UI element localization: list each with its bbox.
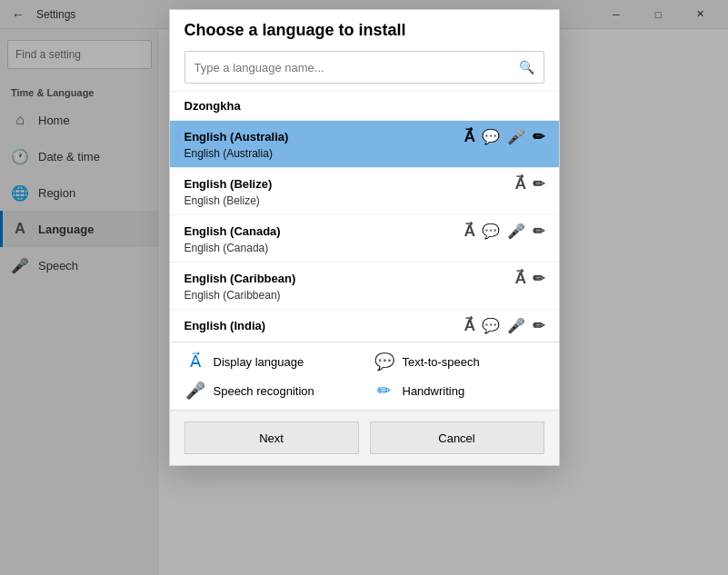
display-language-label: Display language [214, 355, 304, 369]
language-search-container[interactable]: 🔍 [184, 51, 544, 84]
speech-recognition-icon: 🎤 [507, 128, 525, 145]
list-item[interactable]: Dzongkha [170, 92, 559, 121]
feature-handwriting: ✏ Handwriting [374, 381, 544, 401]
dialog-title: Choose a language to install [184, 21, 544, 40]
list-item[interactable]: English (Caribbean) A⃗ ✏ English (Caribb… [170, 263, 559, 310]
language-dialog: Choose a language to install 🔍 Dzongkha … [169, 9, 560, 466]
language-name: English (Caribbean) A⃗ ✏ [184, 270, 544, 287]
speech-recognition-feature-icon: 🎤 [184, 381, 206, 401]
dialog-header: Choose a language to install [170, 10, 559, 47]
list-item[interactable]: English (Belize) A⃗ ✏ English (Belize) [170, 168, 559, 215]
handwriting-label: Handwriting [403, 384, 465, 398]
feature-display-language: A⃗ Display language [184, 352, 355, 372]
language-icons: A⃗ 💬 🎤 ✏ [464, 223, 544, 240]
language-search-input[interactable] [194, 61, 519, 74]
dialog-overlay: Choose a language to install 🔍 Dzongkha … [0, 0, 728, 575]
handwriting-icon: ✏ [533, 175, 544, 193]
language-native: English (Australia) [184, 147, 544, 160]
text-to-speech-feature-icon: 💬 [374, 352, 395, 372]
language-icons: A⃗ 💬 🎤 ✏ [464, 317, 544, 334]
display-language-icon: A⃗ [464, 317, 474, 334]
speech-recognition-icon: 🎤 [507, 317, 525, 334]
language-native: English (Canada) [184, 242, 544, 254]
display-language-icon: A⃗ [515, 270, 525, 287]
handwriting-feature-icon: ✏ [374, 381, 395, 401]
language-name: English (India) A⃗ 💬 🎤 ✏ [184, 317, 544, 334]
language-native: English (Belize) [184, 194, 544, 207]
handwriting-icon: ✏ [533, 223, 544, 240]
language-name: Dzongkha [184, 99, 544, 113]
feature-text-to-speech: 💬 Text-to-speech [374, 352, 544, 372]
language-native: English (Caribbean) [184, 289, 544, 302]
language-name: English (Canada) A⃗ 💬 🎤 ✏ [184, 223, 544, 240]
dialog-buttons: Next Cancel [170, 410, 559, 465]
text-to-speech-icon: 💬 [482, 317, 500, 334]
speech-recognition-label: Speech recognition [214, 384, 314, 398]
handwriting-icon: ✏ [533, 270, 544, 287]
text-to-speech-icon: 💬 [482, 128, 500, 145]
display-language-icon: A⃗ [515, 175, 525, 193]
language-icons: A⃗ 💬 🎤 ✏ [464, 128, 544, 145]
handwriting-icon: ✏ [533, 317, 544, 334]
handwriting-icon: ✏ [533, 128, 544, 145]
list-item[interactable]: English (Australia) A⃗ 💬 🎤 ✏ English (Au… [170, 121, 559, 168]
display-language-icon: A⃗ [464, 223, 474, 240]
list-item[interactable]: English (India) A⃗ 💬 🎤 ✏ [170, 310, 559, 342]
features-grid: A⃗ Display language 💬 Text-to-speech 🎤 S… [184, 352, 544, 401]
language-name: English (Belize) A⃗ ✏ [184, 175, 544, 193]
cancel-button[interactable]: Cancel [370, 421, 544, 454]
search-icon: 🔍 [519, 60, 534, 74]
language-icons: A⃗ ✏ [515, 175, 544, 193]
features-section: A⃗ Display language 💬 Text-to-speech 🎤 S… [170, 342, 559, 410]
language-name: English (Australia) A⃗ 💬 🎤 ✏ [184, 128, 544, 145]
feature-speech-recognition: 🎤 Speech recognition [184, 381, 355, 401]
language-list: Dzongkha English (Australia) A⃗ 💬 🎤 ✏ En… [170, 91, 559, 342]
display-language-feature-icon: A⃗ [184, 352, 206, 372]
text-to-speech-label: Text-to-speech [403, 355, 480, 369]
list-item[interactable]: English (Canada) A⃗ 💬 🎤 ✏ English (Canad… [170, 215, 559, 263]
speech-recognition-icon: 🎤 [507, 223, 525, 240]
next-button[interactable]: Next [184, 421, 359, 454]
text-to-speech-icon: 💬 [482, 223, 500, 240]
display-language-icon: A⃗ [464, 128, 474, 145]
language-icons: A⃗ ✏ [515, 270, 544, 287]
